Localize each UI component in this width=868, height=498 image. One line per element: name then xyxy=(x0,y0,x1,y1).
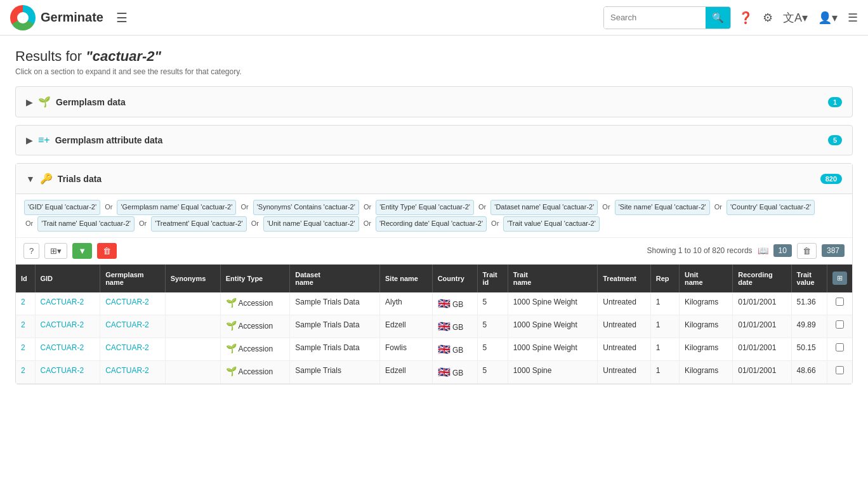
chevron-right-icon2: ▶ xyxy=(26,135,33,145)
cell-unit-name: Kilograms xyxy=(679,315,732,337)
help-icon[interactable]: ❓ xyxy=(739,11,753,25)
trash-button[interactable]: 🗑 xyxy=(797,243,817,259)
cell-trait-name: 1000 Spine Weight xyxy=(508,292,598,315)
menu-icon[interactable]: ☰ xyxy=(848,11,858,25)
cell-trait-value: 51.36 xyxy=(791,292,827,315)
row-checkbox[interactable] xyxy=(836,343,844,351)
trials-badge: 820 xyxy=(820,174,842,184)
trials-label: Trials data xyxy=(58,174,102,184)
cell-country: 🇬🇧 GB xyxy=(432,292,477,315)
search-button[interactable]: 🔍 xyxy=(706,7,730,29)
chip-8: 'Treatment' Equal 'cactuar-2' xyxy=(151,216,246,232)
cell-gid: CACTUAR-2 xyxy=(35,315,100,337)
table-row: 2 CACTUAR-2 CACTUAR-2 🌱 Accession Sample… xyxy=(16,337,852,360)
col-rep: Rep xyxy=(650,265,679,292)
table-container: Id GID Germplasmname Synonyms Entity Typ… xyxy=(16,265,852,384)
col-unit-name: Unitname xyxy=(679,265,732,292)
cell-dataset-name: Sample Trials xyxy=(290,360,380,383)
cell-id: 2 xyxy=(16,315,35,337)
logo-area: Germinate xyxy=(10,5,103,30)
page-size[interactable]: 10 xyxy=(773,244,792,257)
cell-gid: CACTUAR-2 xyxy=(35,360,100,383)
chip-0: 'GID' Equal 'cactuar-2' xyxy=(24,200,100,215)
cell-synonyms xyxy=(165,292,220,315)
row-checkbox[interactable] xyxy=(836,366,844,374)
trials-table: Id GID Germplasmname Synonyms Entity Typ… xyxy=(16,265,852,384)
chevron-down-icon[interactable]: ▼ xyxy=(26,174,35,184)
germplasm-data-header[interactable]: ▶ 🌱 Germplasm data 1 xyxy=(16,87,852,117)
col-dataset-name: Datasetname xyxy=(290,265,380,292)
cell-treatment: Untreated xyxy=(598,360,650,383)
cell-trait-name: 1000 Spine Weight xyxy=(508,315,598,337)
cell-trait-name: 1000 Spine Weight xyxy=(508,337,598,360)
cell-entity-type: 🌱 Accession xyxy=(220,360,289,383)
cell-rep: 1 xyxy=(650,337,679,360)
germplasm-icon: 🌱 xyxy=(38,96,51,108)
germplasm-data-label: Germplasm data xyxy=(56,97,126,107)
cell-trait-value: 49.89 xyxy=(791,315,827,337)
cell-site-name: Edzell xyxy=(380,360,433,383)
logo-icon xyxy=(10,5,36,30)
row-checkbox[interactable] xyxy=(836,320,844,329)
cell-synonyms xyxy=(165,315,220,337)
cell-germplasm-name: CACTUAR-2 xyxy=(100,315,166,337)
cell-dataset-name: Sample Trials Data xyxy=(290,315,380,337)
flag-icon: 🇬🇧 xyxy=(438,343,450,355)
select-all-button[interactable]: ⊞ xyxy=(832,272,847,285)
entity-icon: 🌱 xyxy=(226,298,237,308)
trials-header: ▼ 🔑 Trials data 820 xyxy=(16,164,852,194)
chip-11: 'Trait value' Equal 'cactuar-2' xyxy=(503,216,599,232)
cell-site-name: Alyth xyxy=(380,292,433,315)
columns-button[interactable]: ⊞▾ xyxy=(44,243,67,259)
chip-5: 'Site name' Equal 'cactuar-2' xyxy=(615,200,710,215)
cell-unit-name: Kilograms xyxy=(679,360,732,383)
page-subtitle: Click on a section to expand it and see … xyxy=(15,67,853,76)
flag-icon: 🇬🇧 xyxy=(438,298,450,310)
book-icon: 📖 xyxy=(758,246,768,256)
cell-checkbox xyxy=(827,337,853,360)
chip-3: 'Entity Type' Equal 'cactuar-2' xyxy=(376,200,474,215)
row-checkbox[interactable] xyxy=(836,298,844,306)
trials-icon: 🔑 xyxy=(40,173,53,185)
app-name: Germinate xyxy=(41,10,103,25)
page-title: Results for "cactuar-2" xyxy=(15,48,853,65)
col-country: Country xyxy=(432,265,477,292)
germplasm-data-badge: 1 xyxy=(828,97,842,107)
cell-rep: 1 xyxy=(650,292,679,315)
cell-trait-id: 5 xyxy=(477,360,508,383)
translate-icon[interactable]: 文A▾ xyxy=(783,10,808,25)
col-germplasm-name: Germplasmname xyxy=(100,265,166,292)
cell-germplasm-name: CACTUAR-2 xyxy=(100,292,166,315)
chip-4: 'Dataset name' Equal 'cactuar-2' xyxy=(490,200,598,215)
showing-text: Showing 1 to 10 of 820 records xyxy=(647,246,753,255)
cell-treatment: Untreated xyxy=(598,337,650,360)
cell-id: 2 xyxy=(16,292,35,315)
attribute-icon: ≡+ xyxy=(38,134,50,146)
cell-id: 2 xyxy=(16,360,35,383)
table-row: 2 CACTUAR-2 CACTUAR-2 🌱 Accession Sample… xyxy=(16,315,852,337)
hamburger-icon[interactable]: ☰ xyxy=(116,10,128,25)
cell-synonyms xyxy=(165,360,220,383)
help-table-button[interactable]: ? xyxy=(23,243,39,259)
table-row: 2 CACTUAR-2 CACTUAR-2 🌱 Accession Sample… xyxy=(16,292,852,315)
settings-icon[interactable]: ⚙ xyxy=(763,11,773,25)
search-box: 🔍 xyxy=(603,6,731,29)
cell-rep: 1 xyxy=(650,360,679,383)
col-select: ⊞ xyxy=(827,265,853,292)
search-input[interactable] xyxy=(604,7,706,29)
cell-recording-date: 01/01/2001 xyxy=(733,337,791,360)
col-id: Id xyxy=(16,265,35,292)
filter-button[interactable]: ▼ xyxy=(72,243,92,259)
germplasm-attribute-header[interactable]: ▶ ≡+ Germplasm attribute data 5 xyxy=(16,126,852,155)
cell-country: 🇬🇧 GB xyxy=(432,315,477,337)
col-synonyms: Synonyms xyxy=(165,265,220,292)
main-content: Results for "cactuar-2" Click on a secti… xyxy=(0,36,868,405)
delete-filter-button[interactable]: 🗑 xyxy=(97,243,117,259)
trials-section: ▼ 🔑 Trials data 820 'GID' Equal 'cactuar… xyxy=(15,163,853,384)
germplasm-data-section: ▶ 🌱 Germplasm data 1 xyxy=(15,86,853,117)
topnav: Germinate ☰ 🔍 ❓ ⚙ 文A▾ 👤▾ ☰ xyxy=(0,0,868,36)
user-icon[interactable]: 👤▾ xyxy=(818,11,838,25)
col-gid: GID xyxy=(35,265,100,292)
cell-recording-date: 01/01/2001 xyxy=(733,360,791,383)
cell-trait-id: 5 xyxy=(477,337,508,360)
